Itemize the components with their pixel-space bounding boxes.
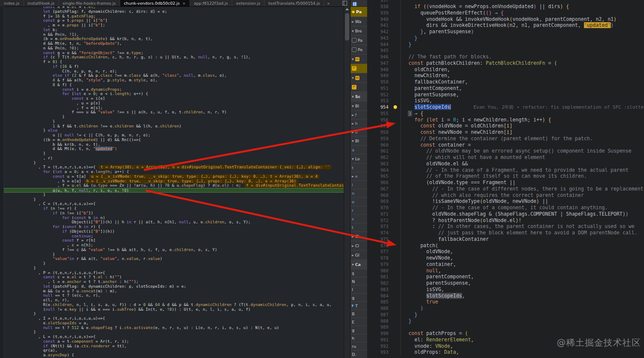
gutter-marker-column[interactable] [392,3,401,10]
file-tab[interactable]: extension.js [232,0,264,6]
code-line[interactable]: } [0,266,344,271]
code-line[interactable]: const f = r[h] [0,238,344,243]
line-number[interactable]: 984 [367,293,392,298]
code-line[interactable]: slotScopeIdsEvan You, 2年前 • refactor: fi… [401,104,644,110]
line-number[interactable]: 979 [367,262,392,267]
line-number[interactable]: 958 [367,130,392,135]
code-line[interactable]: } else [0,128,344,133]
paused-message[interactable]: ●Pa [351,7,368,17]
callstack-frame[interactable]: ru [351,342,368,350]
code-line[interactable]: const u = t[a]u = {__v_isVNode: true, __… [0,174,344,179]
gutter-marker-column[interactable] [392,85,401,92]
code-line[interactable]: for (const h in r) { [0,225,344,229]
code-line[interactable]: continue; [0,234,344,239]
code-line[interactable]: slotScopeIds, [401,293,465,299]
sidebar-row[interactable]: ▶f [351,111,368,119]
code-line[interactable]: } [0,261,344,266]
gutter-marker-column[interactable] [392,47,401,54]
code-line[interactable]: fallbackContainer, [401,79,468,85]
chevron-right-icon[interactable]: ▶ [352,244,354,247]
code-line[interactable]: }, parentSuspense) [401,29,474,35]
gutter-marker-column[interactable] [392,292,401,299]
code-line[interactable]: if (16 & f) [0,64,344,69]
code-line[interactable]: ) ⇒ { [401,110,423,116]
line-number[interactable]: 990 [367,331,392,336]
gutter-marker-column[interactable] [392,324,401,330]
code-line[interactable]: // - In the case of a Fragment, we need … [401,167,629,173]
chevron-right-icon[interactable]: ▶ [352,175,354,178]
code-line[interactable]: if ((vnodeHook = newProps.onVnodeUpdated… [401,3,569,9]
line-number[interactable]: 963 [367,161,392,166]
code-line[interactable]: vnodeHook && invokeVNodeHook(vnodeHook, … [401,16,617,22]
tab-overflow-icon[interactable]: » [324,0,333,6]
gutter-marker-column[interactable] [392,110,401,117]
sidebar-row[interactable]: t [351,164,368,172]
chevron-down-icon[interactable]: ▼ [352,104,354,107]
code-line[interactable]: oldProps: Data, [401,349,459,355]
gutter-marker-column[interactable] [392,79,401,85]
gutter-marker-column[interactable] [392,66,401,72]
sidebar-row[interactable]: ▼<> [351,73,368,83]
gutter-marker-column[interactable] [392,29,401,35]
gutter-marker-column[interactable] [392,10,401,16]
line-number[interactable]: 992 [367,344,392,349]
code-line[interactable]: for (let e = 0; e < i.length; e++) { [0,92,344,96]
gutter-marker-column[interactable] [392,154,401,161]
line-number[interactable]: 939 [367,10,392,15]
file-tab[interactable]: installHook.js [24,0,59,6]
gutter-marker-column[interactable] [392,299,401,305]
line-number[interactable]: 989 [367,324,392,329]
line-number[interactable]: 975 [367,237,392,242]
sidebar-row[interactable]: ▶Cl [351,241,368,251]
gutter-marker-column[interactable] [392,161,401,167]
callstack-frame[interactable]: h [351,334,368,342]
code-line[interactable]: vnode: VNode, [401,343,453,349]
gutter-marker-column[interactable] [392,198,401,205]
code-line[interactable]: a.asyncDep) { [0,353,344,358]
sidebar-row[interactable]: ▼Bl [351,136,368,146]
code-line[interactable]: // The fast path for blocks. [401,54,492,60]
code-line[interactable]: const c = e.el = t ? t.el : h("") [0,275,344,280]
gutter-marker-column[interactable] [392,148,401,154]
code-line[interactable]: , m = e.props || i["b"]; [0,23,344,28]
sidebar-row[interactable]: ▼Lo [351,154,368,164]
gutter-marker-column[interactable] [392,223,401,230]
gutter-marker-column[interactable] [392,312,401,318]
code-line[interactable]: const oldVNode = oldChildren[i] [401,123,512,129]
gutter-marker-column[interactable] [392,186,401,192]
line-number[interactable]: 954 [367,104,392,110]
code-line[interactable]: (null != e.key || i && e === i.subTree) … [0,307,344,312]
file-tab[interactable]: index.js [0,0,24,6]
code-line[interactable]: const newVNode = newChildren[i] [401,129,512,135]
code-line[interactable]: , l = e.anchor = t ? t.anchor : h(""); [0,280,344,284]
code-line[interactable]: } [0,330,344,335]
code-line[interactable]: f > 0) { [0,60,344,64]
gutter-marker-column[interactable] [392,35,401,41]
gutter-marker-column[interactable] [392,72,401,79]
code-line[interactable]: el: RendererElement, [401,337,474,343]
line-number[interactable]: 941 [367,23,392,28]
line-number[interactable]: 964 [367,167,392,173]
code-line[interactable]: m && (u = u ? u.concat(m) : m), [0,289,344,294]
code-line[interactable]: } [0,312,344,316]
code-line[interactable]: f !== c && "value" !== h && a(t, h, c, f… [0,248,344,252]
line-number[interactable]: 953 [367,98,392,103]
code-line[interactable]: parentSuspense, [401,92,459,98]
sidebar-row[interactable]: ▼Ca [351,260,368,269]
sidebar-row[interactable]: ▶Gl [351,251,368,260]
line-number[interactable]: 967 [367,186,392,191]
sidebar-row[interactable]: ▼<> [351,55,368,64]
gutter-marker-column[interactable] [392,274,401,280]
panel-toggle-icon[interactable] [342,1,347,6]
line-number[interactable]: 943 [367,35,392,40]
chevron-right-icon[interactable]: ▶ [352,130,354,133]
code-line[interactable]: } [401,318,411,324]
line-number[interactable]: 950 [367,79,392,84]
code-line[interactable]: null == t ? 512 & e.shapeFlag ? i.ctx.ac… [0,326,344,330]
code-line[interactable]: qr(a), [0,348,344,353]
code-line[interactable]: } [401,41,411,47]
line-number[interactable]: 951 [367,86,392,91]
code-line[interactable]: b && kr(b, n, e, t), [0,142,344,147]
execution-paused-line[interactable]: g(u, h, f, null, r, i, o, s, !0) [0,188,344,193]
line-number[interactable]: 937 [367,0,392,3]
